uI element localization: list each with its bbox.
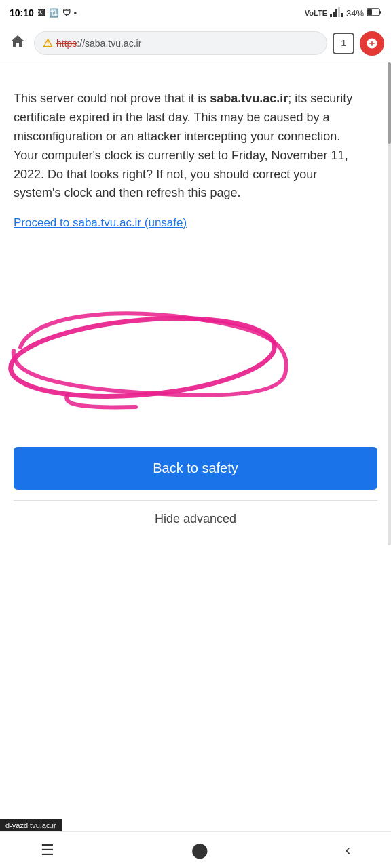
- tab-count-button[interactable]: 1: [333, 33, 354, 54]
- hide-advanced-row: Hide advanced: [14, 500, 377, 532]
- gallery-icon: 🖼: [37, 8, 45, 18]
- proceed-unsafe-link[interactable]: Proceed to saba.tvu.ac.ir (unsafe): [14, 216, 187, 230]
- svg-rect-7: [367, 9, 372, 15]
- svg-rect-3: [338, 7, 340, 17]
- scrollbar[interactable]: [388, 62, 391, 545]
- home-button[interactable]: [7, 31, 29, 56]
- domain-label: ://saba.tvu.ac.ir: [77, 38, 141, 49]
- bottom-area: Back to safety Hide advanced: [0, 433, 391, 545]
- main-content: This server could not prove that it is s…: [0, 76, 380, 243]
- svg-rect-1: [333, 12, 335, 17]
- page-container: This server could not prove that it is s…: [0, 62, 391, 545]
- watermark-text: d-yazd.tvu.ac.ir: [5, 821, 56, 829]
- address-bar[interactable]: ⚠ https://saba.tvu.ac.ir: [34, 31, 327, 55]
- svg-rect-2: [335, 9, 337, 17]
- status-right: VoLTE 34%: [305, 7, 381, 19]
- sync-icon: 🔃: [49, 8, 59, 18]
- annotation-overlay: [0, 293, 391, 442]
- address-text: https://saba.tvu.ac.ir: [56, 38, 318, 49]
- svg-point-9: [7, 309, 278, 406]
- status-left: 10:10 🖼 🔃 🛡 •: [10, 7, 77, 18]
- back-to-safety-button[interactable]: Back to safety: [14, 447, 377, 490]
- svg-rect-4: [341, 13, 343, 17]
- dot-icon: •: [74, 8, 77, 18]
- watermark: d-yazd.tvu.ac.ir: [0, 819, 62, 831]
- network-label: VoLTE: [305, 9, 327, 17]
- browser-toolbar: ⚠ https://saba.tvu.ac.ir 1: [0, 24, 391, 62]
- time-display: 10:10: [10, 7, 34, 18]
- battery-percentage: 34%: [346, 8, 364, 18]
- svg-rect-8: [379, 11, 381, 14]
- domain-bold: saba.tvu.ac.ir: [210, 92, 288, 105]
- battery-icon: [367, 8, 381, 18]
- nav-home-button[interactable]: ⬤: [191, 842, 208, 859]
- svg-rect-0: [330, 14, 332, 17]
- hide-advanced-label: Hide advanced: [155, 512, 236, 526]
- shield-icon: 🛡: [62, 8, 71, 18]
- warning-icon: ⚠: [43, 37, 52, 50]
- signal-bars: [330, 7, 343, 19]
- status-bar: 10:10 🖼 🔃 🛡 • VoLTE 34%: [0, 0, 391, 24]
- action-button[interactable]: [360, 31, 384, 56]
- error-description: This server could not prove that it is s…: [14, 90, 367, 203]
- https-label: https: [56, 38, 77, 49]
- nav-recent-button[interactable]: ☰: [41, 842, 54, 859]
- nav-back-button[interactable]: ‹: [346, 842, 350, 859]
- scrollbar-thumb[interactable]: [388, 62, 391, 144]
- android-nav-bar: ☰ ⬤ ‹: [0, 831, 391, 868]
